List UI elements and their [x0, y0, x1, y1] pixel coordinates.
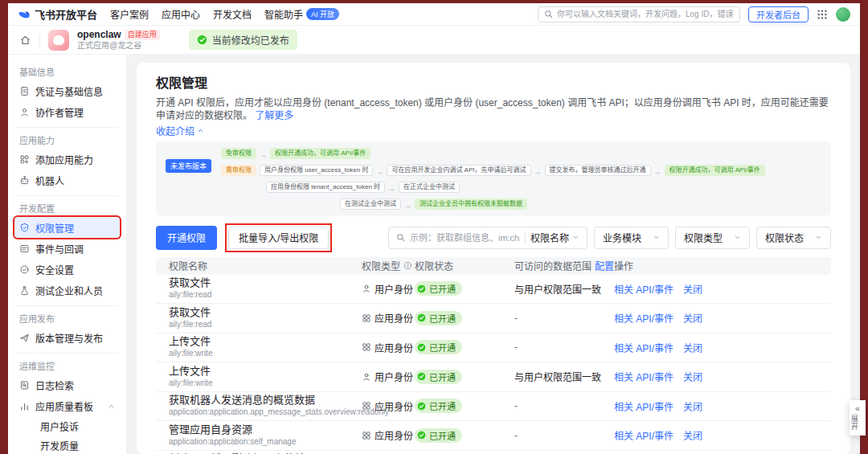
- arrow-icon: [376, 163, 383, 178]
- sidebar-item-events[interactable]: 事件与回调: [14, 238, 120, 259]
- sidebar-section-capability: 应用能力: [19, 133, 115, 146]
- close-permission-link[interactable]: 关闭: [683, 282, 702, 296]
- sidebar-item-permissions[interactable]: 权限管理: [14, 217, 120, 238]
- sidebar-item-bot[interactable]: 机器人: [14, 170, 120, 190]
- learn-more-link[interactable]: 了解更多: [255, 110, 293, 121]
- sidebar-item-collaborators[interactable]: 协作者管理: [14, 101, 120, 122]
- permission-status-cell: 已开通: [415, 399, 514, 414]
- app-identity[interactable]: openclaw 自建应用 正式应用@龙之谷: [77, 30, 160, 50]
- chevron-up-icon[interactable]: [108, 403, 115, 410]
- close-permission-link[interactable]: 关闭: [683, 341, 702, 354]
- filter-business-module[interactable]: 业务模块: [594, 227, 669, 249]
- user-icon: [362, 284, 371, 293]
- filter-label: 权限类型: [684, 231, 723, 244]
- brand[interactable]: 飞书开放平台: [18, 6, 97, 22]
- table-row: 获取文件 aily:file:read 应用身份 已开通: [156, 304, 831, 333]
- sidebar-item-user-complaints[interactable]: 用户投诉: [14, 416, 120, 436]
- sidebar-section-release: 应用发布: [19, 312, 115, 325]
- filter-permission-status[interactable]: 权限状态: [756, 227, 831, 249]
- permission-name-cell: 管理应用自身资源 application:application:self_ma…: [169, 424, 362, 447]
- sidebar-item-label: 凭证与基础信息: [35, 84, 103, 98]
- developer-console-button[interactable]: 开发者后台: [748, 6, 809, 22]
- divider: [16, 305, 118, 306]
- status-badge: 已开通: [415, 281, 462, 296]
- filter-label: 权限状态: [765, 231, 804, 244]
- scope-config-link[interactable]: 配置: [595, 259, 614, 272]
- sidebar-item-label: 日志检索: [35, 378, 74, 392]
- close-permission-link[interactable]: 关闭: [683, 370, 702, 383]
- sidebar-item-security[interactable]: 安全设置: [14, 259, 120, 280]
- sidebar-item-log-search[interactable]: 日志检索: [14, 374, 120, 395]
- sidebar-item-label: 版本管理与发布: [35, 331, 103, 345]
- nav-item-cases[interactable]: 客户案例: [110, 7, 149, 21]
- permission-search-input[interactable]: [410, 233, 520, 243]
- chevron-down-icon: [815, 234, 822, 241]
- permission-type-label: 应用身份: [375, 428, 413, 442]
- diagram-chip: 可在应用开发企业内调试 API，先申请后可调试: [387, 165, 530, 176]
- info-icon[interactable]: [403, 261, 412, 270]
- expand-panel-control[interactable]: « 展开: [850, 400, 866, 436]
- sidebar-item-dev-quality[interactable]: 开发质量: [14, 436, 120, 454]
- permission-status-cell: 已开通: [415, 311, 514, 326]
- sidebar-item-quality-dashboard[interactable]: 应用质量看板: [14, 395, 120, 416]
- sidebar-item-credentials[interactable]: 凭证与基础信息: [14, 80, 120, 101]
- sidebar-item-add-capability[interactable]: 添加应用能力: [14, 149, 120, 170]
- status-badge: 已开通: [415, 340, 462, 354]
- permission-code: aily:file:read: [169, 290, 362, 300]
- data-scope-cell: 与用户权限范围一致: [514, 282, 614, 296]
- batch-import-export-button[interactable]: 批量导入/导出权限: [228, 227, 329, 249]
- permission-panel: 权限管理 开通 API 权限后，应用才能以应用身份 (tenant_access…: [137, 63, 850, 454]
- app-name: openclaw: [77, 30, 121, 40]
- open-permission-button[interactable]: 开通权限: [156, 226, 217, 250]
- close-permission-link[interactable]: 关闭: [683, 428, 702, 442]
- close-permission-link[interactable]: 关闭: [683, 311, 702, 325]
- related-api-link[interactable]: 相关 API/事件: [614, 370, 674, 383]
- app-avatar[interactable]: [48, 30, 69, 51]
- sidebar-item-label: 应用质量看板: [35, 399, 93, 413]
- permission-name: 上传文件: [169, 366, 362, 377]
- top-navbar: 飞书开放平台 客户案例 应用中心 开发文档 智能助手 AI 开放 开发者后台: [8, 3, 860, 26]
- collapse-intro-link[interactable]: 收起介绍: [156, 124, 204, 137]
- permission-type-cell: 应用身份: [362, 399, 415, 413]
- sidebar-item-label: 添加应用能力: [35, 153, 93, 166]
- global-search-input[interactable]: [557, 10, 734, 18]
- col-header-actions: 操作: [614, 259, 818, 272]
- permission-type-label: 用户身份: [375, 282, 413, 296]
- related-api-link[interactable]: 相关 API/事件: [614, 311, 674, 325]
- permission-search[interactable]: 权限名称: [388, 227, 588, 249]
- diagram-chip: 在测试企业中测试: [340, 198, 401, 210]
- diagram-chip: 在正式企业中测试: [399, 182, 460, 193]
- expand-label: 展开: [850, 415, 860, 431]
- sidebar-item-version-release[interactable]: 版本管理与发布: [14, 327, 120, 348]
- actions-cell: 相关 API/事件 关闭: [614, 370, 818, 383]
- table-toolbar: 开通权限 批量导入/导出权限 权限: [156, 223, 831, 252]
- related-api-link[interactable]: 相关 API/事件: [614, 282, 674, 296]
- permission-name: 获取文件: [169, 277, 362, 288]
- diagram-chip: 权限开通成功，可调用 API/事件: [270, 148, 371, 159]
- status-badge: 已开通: [415, 370, 462, 384]
- sidebar: 基础信息 凭证与基础信息 协作者管理 应用能力 添加应用能力 机器人 开发配置: [8, 55, 127, 454]
- diagram-chip: 权限开通成功，可调用 API/事件: [665, 165, 765, 176]
- search-category-select[interactable]: 权限名称: [530, 231, 579, 244]
- nav-item-docs[interactable]: 开发文档: [213, 7, 252, 21]
- user-avatar[interactable]: [836, 7, 850, 22]
- close-permission-link[interactable]: 关闭: [683, 399, 702, 413]
- chevron-down-icon: [572, 234, 579, 241]
- page-title: 权限管理: [156, 72, 831, 92]
- status-badge: 已开通: [415, 311, 462, 325]
- home-icon[interactable]: [19, 35, 31, 46]
- arrow-icon: [404, 197, 411, 211]
- status-label: 已开通: [429, 341, 456, 354]
- nav-item-assistant[interactable]: 智能助手 AI 开放: [264, 7, 339, 21]
- related-api-link[interactable]: 相关 API/事件: [614, 399, 674, 413]
- status-label: 已开通: [429, 282, 456, 295]
- permission-name: 上传文件: [169, 336, 362, 347]
- global-search[interactable]: [538, 6, 740, 22]
- apps-grid-icon[interactable]: [817, 9, 828, 20]
- sidebar-item-test-org[interactable]: 测试企业和人员: [14, 280, 120, 301]
- related-api-link[interactable]: 相关 API/事件: [614, 428, 674, 442]
- related-api-link[interactable]: 相关 API/事件: [614, 341, 674, 354]
- permission-name: 管理应用自身资源: [169, 424, 362, 436]
- nav-item-appcenter[interactable]: 应用中心: [162, 7, 200, 21]
- filter-permission-type[interactable]: 权限类型: [675, 227, 750, 249]
